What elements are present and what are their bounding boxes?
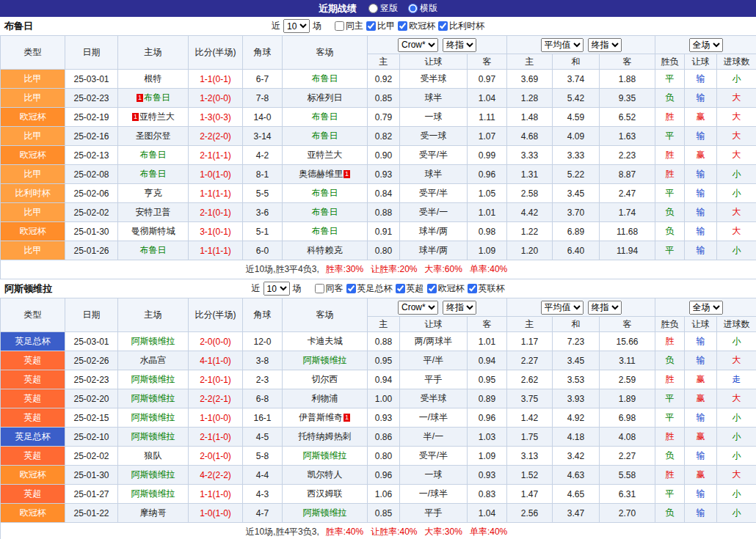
final-index-select[interactable]: 终指 xyxy=(443,38,476,52)
same-venue-checkbox[interactable] xyxy=(335,21,344,31)
league-filter-checkbox[interactable] xyxy=(427,284,437,293)
league-filter[interactable]: 英足总杯 xyxy=(346,282,393,295)
same-venue-filter[interactable]: 同主 xyxy=(335,20,363,32)
corner-cell: 14-0 xyxy=(243,108,283,127)
layout-option-vertical[interactable]: 竖版 xyxy=(368,2,398,15)
away-team-cell: 布鲁日 xyxy=(283,222,368,241)
league-filter[interactable]: 英联杯 xyxy=(468,282,505,295)
avg-away-odds-cell: 6.31 xyxy=(600,485,655,504)
goals-result-cell: 大 xyxy=(717,389,756,408)
league-filter-checkbox[interactable] xyxy=(346,284,356,293)
match-result-cell: 平 xyxy=(655,70,685,89)
league-filter-checkbox[interactable] xyxy=(438,21,448,31)
average-select[interactable]: 平均值 xyxy=(541,301,584,315)
table-row: 英超25-02-26水晶宫4-1(1-0)3-8阿斯顿维拉0.95平/半0.94… xyxy=(1,351,756,370)
crown-home-odds-cell: 0.92 xyxy=(368,70,400,89)
col-header-avg-draw: 和 xyxy=(553,317,600,332)
match-result-cell: 负 xyxy=(655,222,685,241)
final-index-select-2[interactable]: 终指 xyxy=(588,301,622,315)
full-match-select[interactable]: 全场 xyxy=(689,38,723,52)
avg-away-odds-cell: 11.68 xyxy=(600,222,655,241)
match-count-select[interactable]: 10 xyxy=(283,19,310,33)
team-link: 亚特兰大 xyxy=(139,111,175,122)
handicap-line-cell: 受平/半 xyxy=(400,447,468,466)
away-team-cell: 伊普斯维奇1 xyxy=(283,408,368,428)
crown-away-odds-cell: 1.03 xyxy=(468,428,507,447)
col-header-corner: 角球 xyxy=(243,298,283,332)
full-match-select[interactable]: 全场 xyxy=(689,301,723,315)
bookmaker-select[interactable]: Crow* xyxy=(398,301,438,315)
table-row: 欧冠杯25-02-13布鲁日2-1(1-1)4-2亚特兰大0.90受平/半0.9… xyxy=(1,146,756,165)
same-venue-checkbox[interactable] xyxy=(315,284,324,293)
date-cell: 25-02-26 xyxy=(65,351,118,370)
handicap-line-cell: 一/球半 xyxy=(400,408,468,428)
match-count-select[interactable]: 10 xyxy=(263,282,290,296)
league-type-cell: 比甲 xyxy=(1,127,65,146)
date-cell: 25-01-30 xyxy=(65,466,118,485)
league-filter[interactable]: 欧冠杯 xyxy=(427,282,465,295)
summary-stat: 胜率:40% xyxy=(326,527,363,537)
team-link: 布鲁日 xyxy=(312,226,338,236)
final-index-select-2[interactable]: 终指 xyxy=(588,38,622,52)
layout-option-horizontal[interactable]: 横版 xyxy=(408,2,437,15)
layout-radio[interactable] xyxy=(408,4,418,13)
league-filter-label: 英足总杯 xyxy=(357,282,393,295)
col-header-date: 日期 xyxy=(65,36,118,70)
final-index-select[interactable]: 终指 xyxy=(443,301,476,315)
league-filter[interactable]: 欧冠杯 xyxy=(398,20,435,32)
team-link: 奥德赫维里 xyxy=(299,169,343,179)
league-filter[interactable]: 英超 xyxy=(396,282,424,295)
handicap-result-cell: 输 xyxy=(685,203,717,222)
away-team-cell: 凯尔特人 xyxy=(283,466,368,485)
avg-home-odds-cell: 2.58 xyxy=(507,184,553,203)
table-row: 英超25-02-23阿斯顿维拉2-1(0-1)2-3切尔西0.94平手0.952… xyxy=(1,370,756,389)
table-row: 比甲25-02-02安特卫普2-1(0-1)3-6布鲁日0.88受半/一1.01… xyxy=(1,203,756,222)
table-row: 比利时杯25-02-06亨克1-1(1-1)5-5布鲁日0.84受平/半1.05… xyxy=(1,184,756,203)
avg-draw-odds-cell: 6.40 xyxy=(553,241,600,260)
bookmaker-select[interactable]: Crow* xyxy=(398,38,438,52)
match-result-cell: 胜 xyxy=(655,165,685,184)
league-filter-label: 比甲 xyxy=(377,20,395,32)
avg-away-odds-cell: 2.47 xyxy=(600,184,655,203)
table-row: 比甲25-02-08布鲁日1-0(1-0)8-1奥德赫维里10.93球半0.96… xyxy=(1,165,756,184)
avg-away-odds-cell: 1.88 xyxy=(600,70,655,89)
league-type-cell: 欧冠杯 xyxy=(1,146,65,165)
corner-cell: 4-3 xyxy=(243,485,283,504)
home-team-cell: 阿斯顿维拉 xyxy=(118,370,189,389)
table-row: 欧冠杯25-01-22摩纳哥1-0(1-0)4-7阿斯顿维拉0.85平手1.04… xyxy=(1,504,756,523)
summary-cell: 近10场,胜4平3负3,胜率:40%让胜率:40%大率:30%单率:40% xyxy=(1,523,756,539)
corner-cell: 3-14 xyxy=(243,127,283,146)
crown-home-odds-cell: 1.06 xyxy=(368,485,400,504)
team-link: 利物浦 xyxy=(312,393,338,403)
league-filter-checkbox[interactable] xyxy=(366,21,376,31)
date-cell: 25-01-30 xyxy=(65,222,118,241)
league-filter-checkbox[interactable] xyxy=(396,284,405,293)
col-header-home: 主场 xyxy=(118,298,189,332)
league-filter-checkbox[interactable] xyxy=(398,21,407,31)
crown-away-odds-cell: 0.99 xyxy=(468,146,507,165)
handicap-line-cell: 一球 xyxy=(400,108,468,127)
layout-options: 竖版横版 xyxy=(368,2,437,15)
layout-radio[interactable] xyxy=(368,4,378,13)
handicap-result-cell: 输 xyxy=(685,447,717,466)
summary-stat: 让胜率:20% xyxy=(371,264,417,274)
league-type-cell: 英超 xyxy=(1,389,65,408)
handicap-line-cell: 球半/两 xyxy=(400,241,468,260)
goals-result-cell: 小 xyxy=(717,428,756,447)
league-filter[interactable]: 比利时杯 xyxy=(438,20,484,32)
average-select[interactable]: 平均值 xyxy=(541,38,584,52)
avg-draw-odds-cell: 3.42 xyxy=(553,447,600,466)
team-link: 伊普斯维奇 xyxy=(299,412,343,422)
avg-home-odds-cell: 3.13 xyxy=(507,447,553,466)
away-team-cell: 阿斯顿维拉 xyxy=(283,504,368,523)
handicap-line-cell: 一球 xyxy=(400,466,468,485)
sections: 布鲁日近10场同主比甲欧冠杯比利时杯类型日期主场比分(半场)角球客场Crow*终… xyxy=(0,17,756,539)
average-odds-group: 平均值终指 xyxy=(507,298,655,317)
avg-away-odds-cell: 11.94 xyxy=(600,241,655,260)
league-filter-checkbox[interactable] xyxy=(468,284,477,293)
col-header-crown-home: 主 xyxy=(368,54,400,70)
score-cell: 4-1(1-0) xyxy=(189,351,243,370)
league-filter[interactable]: 比甲 xyxy=(366,20,395,32)
score-cell: 2-0(1-0) xyxy=(189,447,243,466)
same-venue-filter[interactable]: 同客 xyxy=(315,282,344,295)
